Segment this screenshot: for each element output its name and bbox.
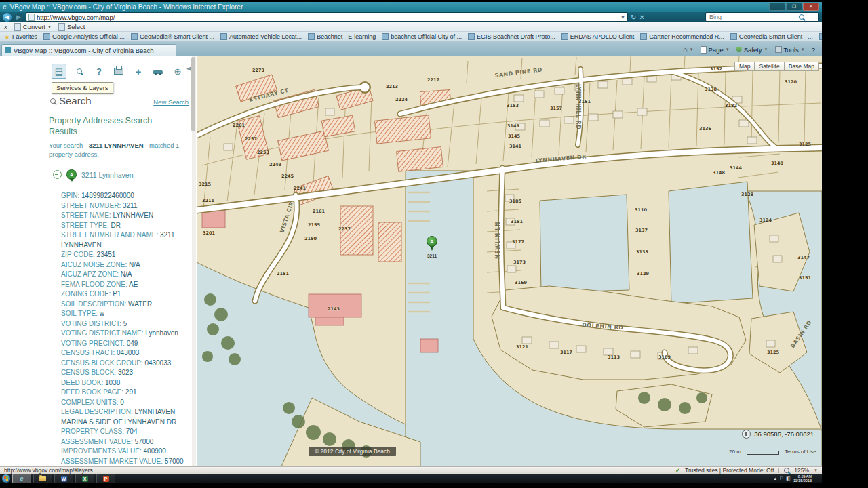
favorite-item[interactable]: Beachnet - E-learning	[308, 33, 376, 40]
detail-label: SOIL DESCRIPTION	[61, 300, 128, 308]
detail-row: DEED BOOK1038	[61, 378, 190, 388]
detail-label: AICUZ NOISE ZONE	[61, 261, 129, 268]
favorite-item[interactable]: Gartner Recommended R...	[640, 33, 724, 40]
excel-icon: X	[82, 476, 88, 482]
map-canvas: ESTUARY CT SAND PINE RD LYNN HILL RD LYN…	[197, 56, 822, 466]
detail-label: SOIL TYPE	[61, 310, 100, 317]
minimize-button[interactable]: —	[769, 3, 785, 11]
trusted-check-icon: ✓	[675, 467, 680, 474]
new-search-link[interactable]: New Search	[153, 98, 189, 106]
zoom-icon[interactable]	[784, 468, 789, 473]
taskbar-ie-button[interactable]: e	[12, 474, 31, 483]
window-title-bar: e VBgov Map :: VBgov.com - City of Virgi…	[0, 2, 822, 12]
detail-value: 400900	[144, 447, 166, 455]
tools-menu[interactable]: Tools▼	[775, 46, 805, 54]
map-viewport[interactable]: ESTUARY CT SAND PINE RD LYNN HILL RD LYN…	[197, 56, 822, 466]
detail-value: 5	[123, 320, 127, 327]
letterbox-bottom	[0, 483, 868, 488]
locate-tool-button[interactable]: ⊕	[171, 64, 184, 78]
taskbar-powerpoint-button[interactable]: P	[96, 474, 115, 483]
detail-value: 1038	[105, 379, 120, 386]
favorite-label: GeoMedia® Smart Client ...	[140, 33, 214, 40]
detail-value: DR	[111, 222, 121, 229]
refresh-icon[interactable]: ↻	[631, 14, 636, 21]
zoom-caret-icon[interactable]: ▼	[814, 468, 818, 472]
favorite-item[interactable]: GeoMedia Smart Client - ...	[730, 33, 813, 40]
services-layers-button[interactable]: ▤	[52, 64, 66, 79]
back-button[interactable]: ◀	[3, 13, 12, 22]
detail-row: SOIL DESCRIPTIONWATER	[61, 300, 190, 310]
show-desktop-button[interactable]	[816, 474, 820, 483]
status-bar: http://www.vbgov.com/map/#layers ✓ Trust…	[0, 466, 822, 474]
sidebar-scrollbar[interactable]	[192, 56, 196, 466]
tab-bar: VBgov Map :: VBgov.com - City of Virgini…	[0, 42, 822, 56]
help-tool-button[interactable]: ?	[92, 64, 106, 78]
favorite-label: Google Analytics Official ...	[52, 33, 125, 40]
action-center-icon[interactable]: ⚐	[779, 476, 783, 481]
detail-label: STREET TYPE	[61, 222, 111, 229]
detail-label: ASSESSMENT MARKET VALUE	[61, 458, 165, 465]
favorite-label: beachnet Official City of ...	[391, 33, 462, 40]
basemap-button[interactable]: Satellite	[754, 62, 784, 71]
add-tool-button[interactable]: +	[132, 64, 145, 78]
search-tool-button[interactable]	[73, 64, 86, 78]
help-menu[interactable]: ?	[812, 46, 815, 54]
favorite-item[interactable]: Google Analytics Official ...	[43, 33, 125, 40]
sidebar-panel: ▤ ? + ⊕ ◀ Services & Layers Search New S…	[42, 56, 197, 466]
address-dropdown-icon[interactable]: ▼	[620, 15, 625, 20]
favorite-item[interactable]: Automated Vehicle Locat...	[220, 33, 302, 40]
zoom-level[interactable]: 125%	[794, 467, 809, 474]
favorites-button[interactable]: ★ Favorites	[4, 33, 37, 41]
detail-label: COMPLEX UNITS	[61, 399, 120, 406]
safety-menu[interactable]: Safety▼	[736, 46, 768, 54]
collapse-result-icon[interactable]	[53, 170, 62, 179]
home-button[interactable]: ⌂▼	[683, 45, 694, 54]
basemap-button[interactable]: Base Map	[784, 62, 819, 71]
start-button[interactable]	[2, 474, 10, 483]
collapse-sidebar-button[interactable]: ◀	[186, 65, 191, 72]
favicon	[131, 33, 138, 40]
detail-row: PROPERTY CLASS704	[61, 427, 190, 437]
basemap-button[interactable]: Map	[734, 62, 755, 71]
favorite-item[interactable]: EGIS Beachnet Draft Proto...	[468, 33, 555, 40]
taskbar-word-button[interactable]: W	[54, 474, 73, 483]
print-tool-button[interactable]	[112, 64, 125, 78]
windows-logo-icon	[4, 476, 8, 481]
convert-button[interactable]: Convert ▼	[14, 23, 52, 30]
terms-of-use-link[interactable]: Terms of Use	[785, 449, 816, 455]
results-title: Property Addresses Search Results	[49, 115, 171, 137]
favorite-label: EGIS Beachnet Draft Proto...	[477, 33, 555, 40]
taskbar-explorer-button[interactable]	[33, 474, 52, 483]
detail-row: DEED BOOK PAGE291	[61, 388, 190, 398]
favorite-item[interactable]: GeoMedia® Smart Client ...	[131, 33, 214, 40]
detail-value: 043003	[117, 349, 139, 357]
tab-active[interactable]: VBgov Map :: VBgov.com - City of Virgini…	[1, 44, 176, 56]
address-field[interactable]: http://www.vbgov.com/map/ ▼	[26, 12, 628, 22]
favicon	[43, 33, 50, 40]
favorite-item[interactable]: ERDAS APOLLO Client	[561, 33, 635, 40]
detail-row: FEMA FLOOD ZONEAE	[61, 280, 190, 290]
scrollbar-thumb[interactable]	[191, 57, 195, 131]
maximize-button[interactable]: ❐	[786, 3, 802, 11]
search-icon[interactable]	[799, 14, 804, 20]
page-menu[interactable]: Page▼	[701, 46, 730, 54]
hidden-icons-button[interactable]: ▴	[774, 476, 776, 481]
map-copyright: © 2012 City of Virginia Beach	[309, 447, 396, 456]
detail-label: FEMA FLOOD ZONE	[61, 281, 129, 288]
marker-head[interactable]: A	[427, 236, 437, 247]
stop-icon[interactable]: ✕	[639, 14, 644, 21]
search-input[interactable]	[708, 13, 799, 21]
favorite-item[interactable]: beachnet Official City of ...	[382, 33, 462, 40]
network-icon[interactable]: ◧	[786, 476, 791, 481]
search-box[interactable]	[705, 12, 819, 22]
close-button[interactable]: ✕	[803, 3, 819, 11]
select-button[interactable]: Select	[58, 23, 85, 30]
detail-value: 049	[127, 340, 138, 347]
taskbar-excel-button[interactable]: X	[75, 474, 94, 483]
property-details: GPIN14899822460000 STREET NUMBER3211 STR…	[61, 191, 190, 466]
forward-button[interactable]: ▶	[14, 13, 23, 22]
result-item[interactable]: A 3211 Lynnhaven	[53, 169, 133, 180]
directions-tool-button[interactable]	[151, 64, 165, 78]
taskbar-clock[interactable]: 8:39 AM 11/15/2013	[793, 474, 812, 483]
addon-close-button[interactable]: x	[4, 23, 7, 30]
